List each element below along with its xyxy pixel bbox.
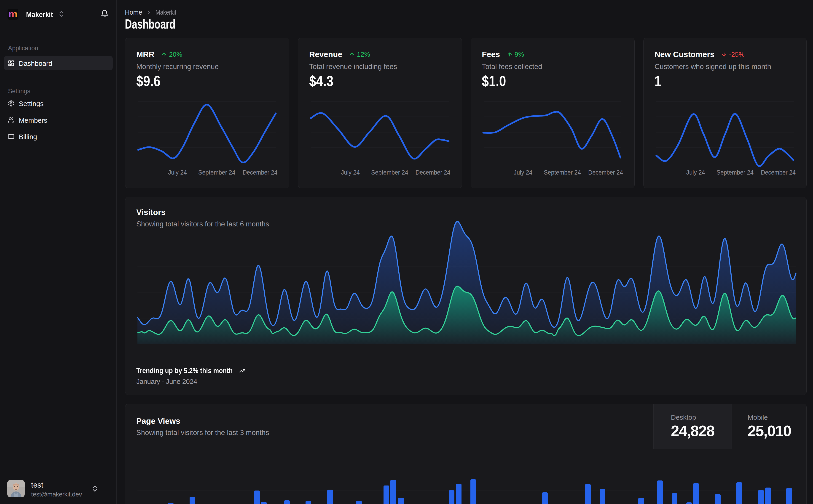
svg-text:July 24: July 24 [341, 169, 360, 176]
svg-text:December 24: December 24 [243, 169, 278, 176]
svg-text:December 24: December 24 [761, 169, 796, 176]
svg-text:December 24: December 24 [416, 169, 450, 176]
svg-text:September 24: September 24 [198, 169, 235, 176]
svg-text:July 24: July 24 [514, 169, 532, 176]
svg-text:July 24: July 24 [686, 169, 705, 176]
svg-text:September 24: September 24 [371, 169, 408, 176]
svg-text:July 24: July 24 [168, 169, 187, 176]
svg-text:September 24: September 24 [544, 169, 581, 176]
svg-text:September 24: September 24 [717, 169, 754, 176]
svg-text:December 24: December 24 [588, 169, 623, 176]
